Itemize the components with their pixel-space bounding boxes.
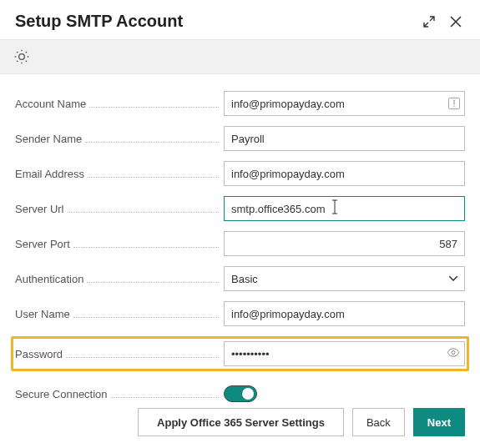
label-server-port: Server Port — [15, 238, 70, 250]
row-sender-name: Sender Name — [15, 126, 465, 151]
account-name-input[interactable] — [224, 91, 465, 116]
user-name-input[interactable] — [224, 301, 465, 326]
dialog-title: Setup SMTP Account — [15, 12, 412, 31]
expand-icon[interactable] — [420, 13, 438, 31]
label-account-name: Account Name — [15, 98, 86, 110]
back-button[interactable]: Back — [352, 408, 405, 436]
label-password: Password — [15, 348, 63, 360]
row-authentication: Authentication Basic — [15, 266, 465, 291]
server-url-input[interactable] — [224, 196, 465, 221]
sender-name-input[interactable] — [224, 126, 465, 151]
password-input[interactable] — [224, 341, 465, 366]
label-authentication: Authentication — [15, 273, 83, 285]
authentication-select[interactable]: Basic — [224, 266, 465, 291]
row-server-url: Server Url — [15, 196, 465, 221]
label-server-url: Server Url — [15, 203, 64, 215]
reveal-password-icon[interactable] — [447, 346, 460, 362]
gear-icon[interactable] — [12, 47, 32, 67]
row-account-name: Account Name ! — [15, 91, 465, 116]
row-server-port: Server Port — [15, 231, 465, 256]
row-email-address: Email Address — [15, 161, 465, 186]
info-badge-icon: ! — [448, 98, 460, 109]
close-icon[interactable] — [447, 13, 465, 31]
row-password: Password — [11, 336, 469, 371]
form: Account Name ! Sender Name Email Address… — [0, 74, 480, 406]
email-address-input[interactable] — [224, 161, 465, 186]
toolbar — [0, 39, 480, 74]
label-secure-connection: Secure Connection — [15, 388, 108, 400]
row-secure-connection: Secure Connection — [15, 381, 465, 406]
label-sender-name: Sender Name — [15, 133, 82, 145]
apply-office365-button[interactable]: Apply Office 365 Server Settings — [138, 408, 344, 436]
row-user-name: User Name — [15, 301, 465, 326]
dialog-header: Setup SMTP Account — [0, 0, 480, 39]
label-user-name: User Name — [15, 308, 70, 320]
footer: Apply Office 365 Server Settings Back Ne… — [15, 408, 465, 436]
next-button[interactable]: Next — [413, 408, 465, 436]
label-email-address: Email Address — [15, 168, 84, 180]
secure-connection-toggle[interactable] — [224, 385, 257, 402]
server-port-input[interactable] — [224, 231, 465, 256]
